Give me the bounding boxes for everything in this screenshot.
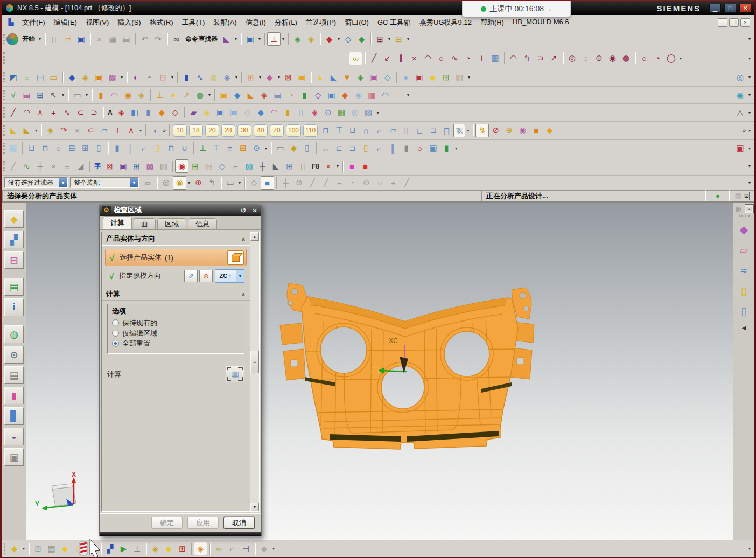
toolbar-icon[interactable]: ◔ [651,52,664,65]
toolbar-icon[interactable]: ▤ [271,88,284,102]
image-faded-icon[interactable]: ▦ [734,204,744,213]
toolbar-icon[interactable]: ⊥ [130,542,144,555]
toolbar-icon[interactable]: ⌐ [373,142,386,155]
dropdown-arrow-icon[interactable]: ▾ [271,546,276,551]
dropdown-arrow-icon[interactable]: ▾ [257,75,263,80]
toolbar-icon[interactable]: ⊥ [196,142,209,155]
toolbar-icon[interactable]: ▯ [47,32,61,46]
toolbar-icon[interactable]: ◣ [6,124,20,137]
tab-区域[interactable]: 区域 [157,218,186,229]
toolbar-icon[interactable]: ⌐ [137,142,151,155]
point-dialog-button[interactable]: ⊕ [199,270,213,282]
collapse-arrow-icon[interactable]: ◀ [742,325,746,331]
toolbar-icon[interactable]: ⊞ [283,159,296,173]
toolbar-icon[interactable]: ∏ [440,124,453,137]
mdi-minimize-button[interactable]: – [718,18,727,27]
toolbar-icon[interactable]: ↰ [520,52,534,65]
dialog-button-应用[interactable]: 应用 [187,517,219,529]
scroll-up-icon[interactable]: ▲ [250,232,259,241]
maximize-view-icon[interactable]: ⊡ [745,204,754,213]
menu-item-3[interactable]: 插入(S) [113,16,145,29]
toolbar-icon[interactable]: × [93,32,106,46]
toolbar-icon[interactable]: ║ [386,142,400,155]
dropdown-arrow-icon[interactable]: ▾ [21,546,26,551]
toolbar-icon[interactable]: ■ [261,176,274,190]
menu-item-1[interactable]: 编辑(E) [50,16,81,29]
toolbar-icon[interactable]: ◠ [421,52,435,65]
toolbar-icon[interactable]: ◉ [606,52,619,65]
toolbar-icon[interactable]: ⊞ [236,142,250,155]
toolbar-icon[interactable]: ◈ [79,71,92,84]
toolbar-icon[interactable]: ▣ [217,88,230,102]
toolbar-icon[interactable]: ⊃ [87,106,101,120]
toolbar-icon[interactable]: │ [124,142,137,155]
toolbar-text-item[interactable]: A [106,106,115,120]
toolbar-icon[interactable]: ■ [359,159,372,173]
toolbar-icon[interactable]: ≀ [111,124,124,137]
toolbar-icon[interactable]: ◣ [269,159,283,173]
toolbar-icon[interactable]: ∧ [33,106,47,120]
toolbar-icon[interactable]: ⊏ [332,142,346,155]
toolbar-icon[interactable]: ◆ [287,142,300,155]
toolbar-icon[interactable]: ◈ [308,106,321,120]
toolbar-icon[interactable]: ▥ [157,159,170,173]
toolbar-icon[interactable]: ⊙ [592,52,606,65]
toolbar-icon[interactable]: ▤ [33,71,47,84]
toolbar-icon[interactable]: ◢ [74,159,87,173]
toolbar-icon[interactable]: ◍ [193,88,207,102]
overflow-arrow-icon[interactable]: » [741,127,747,134]
selection-scope-dropdown[interactable]: 整个装配 ▼ [70,177,139,188]
toolbar-icon[interactable]: ◈ [304,32,318,46]
dropdown-arrow-icon[interactable]: ▾ [747,146,752,151]
toolbar-icon[interactable]: ◈ [354,71,367,84]
toolbar-icon[interactable]: ⊙ [321,106,335,120]
toolbar-icon[interactable]: ⊔ [25,142,38,155]
toolbar-icon[interactable]: ◎ [207,71,220,84]
toolbar-icon[interactable]: ▥ [453,71,466,84]
toolbar-icon[interactable]: ◈ [257,88,271,102]
toolbar-icon[interactable]: ◆ [230,88,244,102]
menu-item-12[interactable]: 燕秀UG模具9.12 [415,16,476,29]
toolbar-icon[interactable]: ◔ [461,52,475,65]
radio-icon[interactable] [112,319,119,326]
toolbar-icon[interactable]: ◇ [215,159,229,173]
scroll-down-icon[interactable]: ▼ [250,503,259,511]
toolbar-icon[interactable]: ◆ [254,106,268,120]
toolbar-icon[interactable]: ⊟ [392,32,405,46]
toolbar-icon[interactable]: ⊞ [439,71,453,84]
toolbar-icon[interactable]: ↗ [547,52,561,65]
radio-option-row[interactable]: 全部重置 [112,338,240,348]
dropdown-arrow-icon[interactable]: ▾ [747,75,752,80]
menu-item-10[interactable]: 窗口(O) [340,16,373,29]
toolbar-icon[interactable]: ↑ [346,176,360,190]
dropdown-arrow-icon[interactable]: ▾ [747,546,752,551]
schematic-icon[interactable]: ≈ [736,262,752,278]
nx-start-logo-icon[interactable] [6,33,18,45]
expand-viewport-icon[interactable]: ⊡ [744,192,750,200]
toolbar-icon[interactable]: ▣ [116,159,130,173]
dropdown-arrow-icon[interactable]: ▾ [453,146,459,151]
toolbar-icon[interactable]: ╱ [400,176,414,190]
toolbar-icon[interactable]: ▧ [242,159,256,173]
toolbar-icon[interactable]: ▯ [300,142,314,155]
toolbar-icon[interactable]: ○ [373,176,387,190]
toolbar-icon[interactable]: ▶ [117,542,130,555]
toolbar-icon[interactable]: ◇ [311,88,325,102]
toolbar-icon[interactable]: ◣ [20,124,33,137]
toolbar-icon[interactable]: ◆ [58,542,72,555]
chevron-down-icon[interactable]: ⌄ [548,6,552,12]
toolbar-icon[interactable]: ▭ [71,88,84,102]
toolbar-icon[interactable]: ⊙ [250,142,263,155]
toolbar-icon[interactable]: ▦ [106,32,120,46]
toolbar-icon[interactable]: × [321,159,335,173]
toolbar-icon[interactable]: ○ [52,142,65,155]
toolbar-icon[interactable]: ◇ [169,106,182,120]
menu-item-11[interactable]: GC 工具箱 [373,16,415,29]
toolbar-icon[interactable]: ◆ [257,542,271,555]
toolbar-icon[interactable]: ◩ [6,71,20,84]
toolbar-icon[interactable]: ∞ [349,52,362,65]
toolbar-icon[interactable]: ⊘ [489,124,502,137]
resource-visualization[interactable]: ▊ [4,407,24,425]
toolbar-icon[interactable]: ▩ [143,159,157,173]
toolbar-icon[interactable]: ◆ [162,542,176,555]
